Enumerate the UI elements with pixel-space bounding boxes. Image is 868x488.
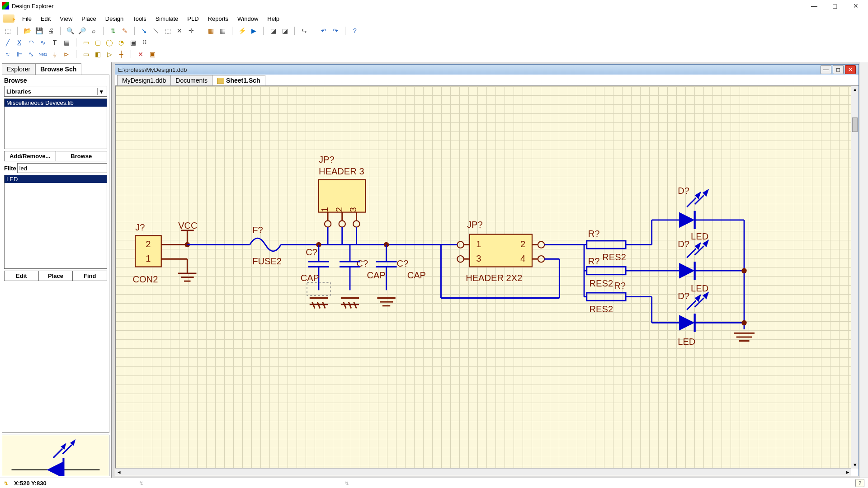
hierarchy-up-icon[interactable]: ⇅: [109, 27, 117, 35]
schematic-canvas[interactable]: J? 2 1 CON2 VCC: [115, 86, 851, 469]
arc-icon[interactable]: ◠: [27, 38, 35, 47]
bus-icon[interactable]: ⊫: [15, 50, 24, 58]
doc-maximize-button[interactable]: ◻: [833, 65, 844, 74]
chevron-down-icon[interactable]: ▾: [97, 88, 105, 95]
window-close-button[interactable]: ✕: [845, 0, 866, 12]
netlist-icon[interactable]: ▦: [218, 27, 226, 35]
junction-icon[interactable]: ┿: [117, 50, 125, 58]
menu-pld[interactable]: PLD: [183, 14, 203, 23]
zoom-window-icon[interactable]: ⌕: [90, 27, 98, 35]
part-list[interactable]: LED: [4, 175, 107, 269]
undo-icon[interactable]: ↶: [320, 27, 328, 35]
select-area-icon[interactable]: ⬚: [164, 27, 172, 35]
part-icon[interactable]: ⊳: [62, 50, 71, 58]
find-button[interactable]: Find: [73, 271, 107, 281]
update-pcb-icon[interactable]: ⇆: [300, 27, 308, 35]
window-minimize-button[interactable]: —: [804, 0, 825, 12]
select-icon[interactable]: ⬚: [4, 27, 12, 35]
outer-scrollbar[interactable]: [860, 62, 868, 478]
scroll-left-icon[interactable]: ◂: [115, 469, 123, 476]
vertical-scrollbar[interactable]: ▴ ▾: [851, 86, 859, 469]
pld-icon[interactable]: ◪: [269, 27, 277, 35]
sch-body-fuse[interactable]: [250, 238, 281, 251]
tab-explorer[interactable]: Explorer: [2, 63, 35, 75]
ellipse-icon[interactable]: ◯: [105, 38, 113, 47]
polygon-icon[interactable]: X̲: [15, 38, 24, 47]
library-list[interactable]: Miscellaneous Devices.lib: [4, 99, 107, 149]
line-draw-icon[interactable]: ╱: [4, 38, 12, 47]
document-titlebar[interactable]: E:\protess\MyDesign1.ddb — ◻ ✕: [115, 65, 859, 75]
menu-reports[interactable]: Reports: [204, 14, 233, 23]
wire-icon[interactable]: ≈: [4, 50, 12, 58]
help-icon[interactable]: ?: [351, 27, 359, 35]
annotate-icon[interactable]: ↘: [140, 27, 148, 35]
place-button[interactable]: Place: [39, 271, 73, 281]
menu-logo-icon[interactable]: [3, 14, 14, 23]
text-icon[interactable]: T: [51, 38, 59, 47]
doc-minimize-button[interactable]: —: [821, 65, 831, 74]
menu-window[interactable]: Window: [233, 14, 262, 23]
erc-icon[interactable]: ▦: [207, 27, 215, 35]
rect-icon[interactable]: ▭: [82, 38, 90, 47]
doc-tab-design[interactable]: MyDesign1.ddb: [117, 75, 171, 85]
scroll-thumb[interactable]: [852, 117, 858, 132]
pcb-layout-icon[interactable]: ▣: [148, 50, 156, 58]
simulate-run-icon[interactable]: ▶: [250, 27, 258, 35]
simulate-setup-icon[interactable]: ⚡: [238, 27, 246, 35]
line-tool-icon[interactable]: ＼: [152, 27, 160, 35]
doc-tab-sheet[interactable]: Sheet1.Sch: [212, 75, 265, 85]
redo-icon[interactable]: ↷: [331, 27, 340, 35]
menu-tools[interactable]: Tools: [128, 14, 150, 23]
print-icon[interactable]: 🖨: [47, 27, 55, 35]
menu-view[interactable]: View: [56, 14, 76, 23]
pld2-icon[interactable]: ◪: [281, 27, 289, 35]
sch-led3[interactable]: D? LED: [678, 291, 709, 347]
browse-combo[interactable]: Libraries ▾: [4, 86, 107, 97]
sch-body-res2[interactable]: [587, 267, 626, 274]
bezier-icon[interactable]: ∿: [39, 38, 47, 47]
horizontal-scrollbar[interactable]: ◂ ▸: [115, 468, 851, 476]
edit-button[interactable]: Edit: [5, 271, 39, 281]
menu-simulate[interactable]: Simulate: [151, 14, 183, 23]
filter-input[interactable]: [17, 163, 107, 173]
power-port-icon[interactable]: ⏚: [51, 50, 59, 58]
cross-probe-icon[interactable]: ✎: [121, 27, 129, 35]
bus-entry-icon[interactable]: ⤡: [27, 50, 35, 58]
noerc-icon[interactable]: ✕: [137, 50, 145, 58]
add-remove-button[interactable]: Add/Remove...: [5, 151, 56, 161]
open-icon[interactable]: 📂: [23, 27, 31, 35]
deselect-icon[interactable]: ✕: [175, 27, 184, 35]
scroll-up-icon[interactable]: ▴: [851, 86, 859, 93]
window-maximize-button[interactable]: ◻: [825, 0, 845, 12]
sheet-entry-icon[interactable]: ◧: [94, 50, 102, 58]
doc-close-button[interactable]: ✕: [845, 65, 856, 74]
save-icon[interactable]: 💾: [35, 27, 43, 35]
library-list-item[interactable]: Miscellaneous Devices.lib: [5, 99, 107, 107]
sch-led1[interactable]: D? LED: [678, 186, 709, 241]
scroll-right-icon[interactable]: ▸: [844, 469, 851, 476]
roundrect-icon[interactable]: ▢: [94, 38, 102, 47]
menu-design[interactable]: Design: [101, 14, 127, 23]
sch-body-res3[interactable]: [587, 293, 626, 300]
tab-browse-sch[interactable]: Browse Sch: [35, 63, 81, 75]
scroll-down-icon[interactable]: ▾: [851, 461, 859, 469]
netlabel-icon[interactable]: Net1: [39, 50, 47, 58]
sch-led2[interactable]: D? LED: [678, 239, 709, 293]
array-icon[interactable]: ⠿: [141, 38, 149, 47]
image-icon[interactable]: ▣: [129, 38, 137, 47]
browse-button[interactable]: Browse: [56, 151, 107, 161]
pie-icon[interactable]: ◔: [117, 38, 125, 47]
menu-file[interactable]: File: [18, 14, 36, 23]
zoom-in-icon[interactable]: 🔍: [66, 27, 74, 35]
port-icon[interactable]: ▷: [105, 50, 113, 58]
part-list-item[interactable]: LED: [5, 175, 107, 183]
sch-body-res1[interactable]: [587, 241, 626, 249]
status-help-icon[interactable]: ?: [855, 479, 864, 487]
menu-edit[interactable]: Edit: [37, 14, 55, 23]
menu-help[interactable]: Help: [263, 14, 283, 23]
menu-place[interactable]: Place: [77, 14, 100, 23]
move-icon[interactable]: ✛: [187, 27, 195, 35]
zoom-out-icon[interactable]: 🔎: [78, 27, 86, 35]
doc-tab-documents[interactable]: Documents: [170, 75, 212, 85]
sheet-symbol-icon[interactable]: ▭: [82, 50, 90, 58]
